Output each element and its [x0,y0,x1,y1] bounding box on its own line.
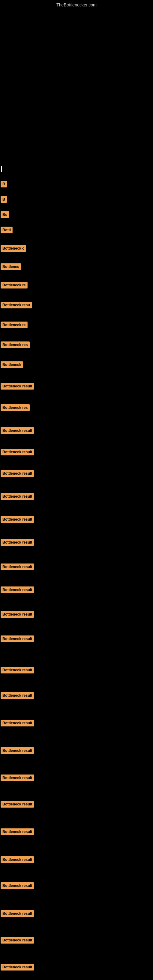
bottleneck-result-label: Bottlenec [1,263,21,270]
bottleneck-result-label: Bottleneck re [1,321,27,328]
bottleneck-result-label: Bottleneck re [1,282,27,288]
bottleneck-result-label: Bottleneck result [1,747,34,754]
bottleneck-result-label: Bottleneck result [1,910,34,917]
site-title: TheBottlenecker.com [56,2,97,7]
bottleneck-result-label: Bottleneck result [1,493,34,500]
bottleneck-result-label: Bottleneck result [1,667,34,673]
bottleneck-result-label: Bottleneck result [1,829,34,835]
bottleneck-result-label: Bottleneck result [1,720,34,726]
bottleneck-result-label: Bottleneck result [1,801,34,808]
bottleneck-result-label: Bottleneck result [1,587,34,593]
bottleneck-result-label: B [1,181,7,188]
bottleneck-result-label: Bottleneck result [1,383,34,390]
bottleneck-result-label: Bottleneck result [1,516,34,523]
bottleneck-result-label: Bottleneck result [1,449,34,455]
bottleneck-result-label: Bottleneck res [1,342,30,348]
bottleneck-result-label: Bo [1,211,9,218]
bottleneck-result-label: B [1,196,7,203]
bottleneck-result-label: Bottleneck result [1,635,34,642]
bottleneck-result-label: Bottl [1,227,13,233]
bottleneck-result-label: Bottleneck result [1,427,34,434]
bottleneck-result-label: Bottleneck result [1,692,34,699]
bottleneck-result-label: Bottleneck result [1,563,34,570]
bottleneck-result-label: Bottleneck result [1,937,34,943]
bottleneck-result-label: Bottleneck result [1,470,34,477]
bottleneck-result-label: Bottleneck result [1,856,34,863]
bottleneck-result-label: Bottleneck resu [1,302,32,309]
bottleneck-result-label: Bottleneck result [1,539,34,546]
bottleneck-result-label: Bottleneck c [1,245,26,252]
bottleneck-result-label: Bottleneck result [1,775,34,781]
bottleneck-result-label: Bottleneck result [1,611,34,618]
text-cursor: | [1,165,2,172]
bottleneck-result-label: Bottleneck result [1,882,34,889]
bottleneck-result-label: Bottleneck res [1,404,30,411]
bottleneck-result-label: Bottleneck result [1,964,34,970]
bottleneck-result-label: Bottleneck [1,361,23,368]
